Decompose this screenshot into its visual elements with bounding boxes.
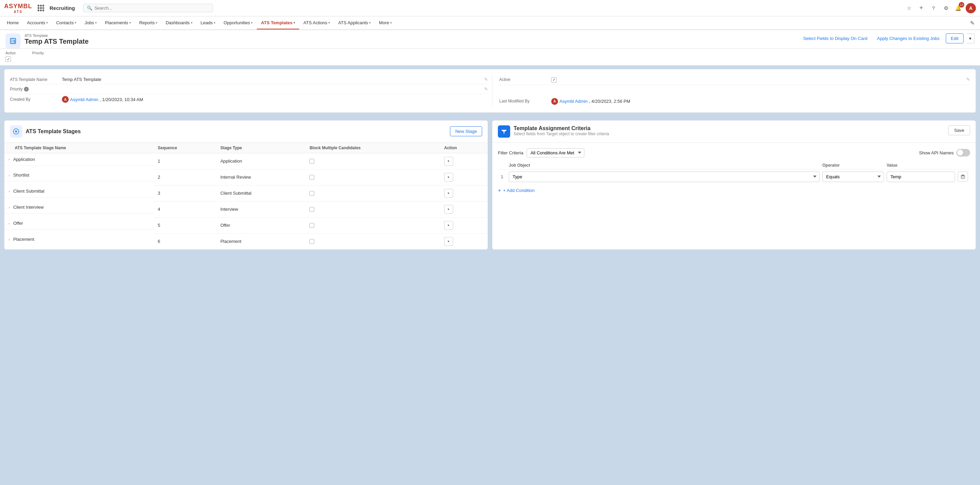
value-col-header: Value	[887, 163, 955, 168]
stage-action-button[interactable]: ▾	[444, 205, 453, 214]
priority-edit-icon[interactable]: ✎	[484, 86, 488, 92]
filter-criteria-row: Filter Criteria All Conditions Are Met S…	[498, 148, 970, 157]
menu-item-jobs[interactable]: Jobs ▾	[80, 17, 100, 30]
block-checkbox[interactable]	[309, 207, 314, 212]
svg-rect-1	[11, 39, 15, 40]
menu-item-ats-templates[interactable]: ATS Templates ▾	[257, 17, 299, 30]
criteria-icon	[498, 125, 510, 138]
search-bar[interactable]: 🔍	[83, 4, 213, 12]
app-switcher-icon[interactable]	[38, 5, 44, 11]
block-checkbox[interactable]	[309, 239, 314, 244]
object-col-header: Job Object	[509, 163, 819, 168]
expand-icon[interactable]: ›	[8, 238, 10, 241]
menu-item-home[interactable]: Home	[3, 17, 23, 30]
search-icon: 🔍	[87, 5, 92, 11]
stage-action-button[interactable]: ▾	[444, 157, 453, 166]
menu-item-opportunities[interactable]: Opportunities ▾	[220, 17, 257, 30]
condition-row-1: 1 Type Equals	[498, 171, 970, 182]
col-block: Block Multiple Candidates	[305, 143, 440, 153]
stage-name-cell: › Client Submittal	[5, 185, 154, 197]
table-row: › Application 1 Application ▾	[5, 153, 488, 169]
expand-icon[interactable]: ›	[8, 205, 10, 209]
save-button[interactable]: Save	[948, 125, 970, 135]
created-by-link[interactable]: Asymbl Admin	[70, 97, 98, 102]
avatar[interactable]: A	[966, 3, 976, 13]
stages-table-wrapper[interactable]: ATS Template Stage Name Sequence Stage T…	[5, 143, 488, 249]
notification-badge: 13	[959, 2, 964, 8]
chevron-ats-templates: ▾	[293, 21, 295, 25]
stage-action-button[interactable]: ▾	[444, 237, 453, 246]
new-stage-button[interactable]: New Stage	[450, 126, 482, 136]
stage-name-cell: › Application	[5, 153, 154, 166]
menu-item-reports[interactable]: Reports ▾	[135, 17, 162, 30]
filter-criteria-select[interactable]: All Conditions Are Met	[527, 148, 584, 157]
block-checkbox[interactable]	[309, 191, 314, 196]
expand-icon[interactable]: ›	[8, 157, 10, 161]
value-input[interactable]	[887, 171, 955, 182]
select-fields-button[interactable]: Select Fields to Display On Card	[800, 34, 871, 43]
help-icon[interactable]: ?	[929, 3, 938, 13]
stage-name-cell: › Client Interview	[5, 201, 154, 214]
active-detail-checkbox	[551, 77, 557, 82]
menu-item-leads[interactable]: Leads ▾	[197, 17, 220, 30]
menu-item-ats-applicants[interactable]: ATS Applicants ▾	[334, 17, 375, 30]
criteria-info: Template Assignment Criteria Select fiel…	[514, 125, 945, 136]
show-api-toggle[interactable]	[956, 149, 970, 157]
page-header: ATS Template Temp ATS Template Select Fi…	[0, 30, 980, 49]
menu-item-accounts[interactable]: Accounts ▾	[23, 17, 52, 30]
condition-number: 1	[498, 174, 506, 179]
last-modified-link[interactable]: Asymbl Admin	[559, 99, 587, 104]
menu-item-contacts[interactable]: Contacts ▾	[52, 17, 80, 30]
operator-select[interactable]: Equals	[822, 171, 884, 182]
show-api-row: Show API Names	[919, 149, 970, 157]
expand-icon[interactable]: ›	[8, 221, 10, 225]
block-checkbox[interactable]	[309, 159, 314, 163]
notification-icon[interactable]: 🔔 13	[953, 3, 963, 13]
created-by-value: A Asymbl Admin, 1/20/2023, 10:34 AM	[62, 96, 143, 103]
search-input[interactable]	[94, 5, 209, 11]
menu-item-more[interactable]: More ▾	[375, 17, 396, 30]
menu-item-ats-actions[interactable]: ATS Actions ▾	[299, 17, 334, 30]
chevron-dashboards: ▾	[191, 21, 192, 25]
stages-card: ATS Template Stages New Stage ATS Templa…	[4, 120, 488, 250]
page-header-icon	[5, 33, 21, 49]
menu-bar: Home Accounts ▾ Contacts ▾ Jobs ▾ Placem…	[0, 16, 980, 30]
star-icon[interactable]: ☆	[904, 3, 914, 13]
expand-icon[interactable]: ›	[8, 173, 10, 177]
menu-item-dashboards[interactable]: Dashboards ▾	[161, 17, 196, 30]
stage-action-button[interactable]: ▾	[444, 221, 453, 230]
gear-icon[interactable]: ⚙	[941, 3, 951, 13]
operator-col-header: Operator	[822, 163, 884, 168]
menu-label-more: More	[379, 20, 389, 25]
detail-card: ATS Template Name Temp ATS Template ✎ Pr…	[4, 69, 976, 113]
created-by-row: Created By A Asymbl Admin, 1/20/2023, 10…	[10, 94, 488, 105]
name-edit-icon[interactable]: ✎	[484, 77, 488, 82]
block-checkbox[interactable]	[309, 223, 314, 228]
col-sequence: Sequence	[154, 143, 216, 153]
criteria-title: Template Assignment Criteria	[514, 125, 945, 132]
menu-label-home: Home	[7, 20, 19, 25]
active-edit-icon[interactable]: ✎	[966, 77, 970, 82]
chevron-placements: ▾	[129, 21, 131, 25]
table-row: › Client Interview 4 Interview ▾	[5, 201, 488, 217]
stage-sequence-cell: 2	[154, 169, 216, 185]
add-condition-button[interactable]: + + Add Condition	[498, 186, 535, 195]
add-icon[interactable]: +	[916, 3, 926, 13]
menu-item-placements[interactable]: Placements ▾	[101, 17, 135, 30]
menu-label-opportunities: Opportunities	[224, 20, 250, 25]
chevron-jobs: ▾	[95, 21, 97, 25]
edit-button[interactable]: Edit	[946, 33, 964, 43]
expand-icon[interactable]: ›	[8, 189, 10, 193]
edit-nav-icon[interactable]: ✎	[967, 20, 977, 26]
menu-label-ats-templates: ATS Templates	[261, 20, 292, 25]
job-object-select[interactable]: Type	[509, 171, 819, 182]
last-modified-date: , 4/20/2023, 2:56 PM	[589, 99, 630, 104]
edit-dropdown-button[interactable]: ▾	[966, 33, 975, 43]
delete-condition-button[interactable]	[958, 171, 968, 182]
block-checkbox[interactable]	[309, 175, 314, 180]
stage-name: Offer	[13, 220, 23, 226]
stage-action-button[interactable]: ▾	[444, 189, 453, 198]
menu-label-jobs: Jobs	[84, 20, 94, 25]
apply-changes-button[interactable]: Apply Changes to Existing Jobs	[873, 34, 943, 43]
stage-action-button[interactable]: ▾	[444, 173, 453, 182]
